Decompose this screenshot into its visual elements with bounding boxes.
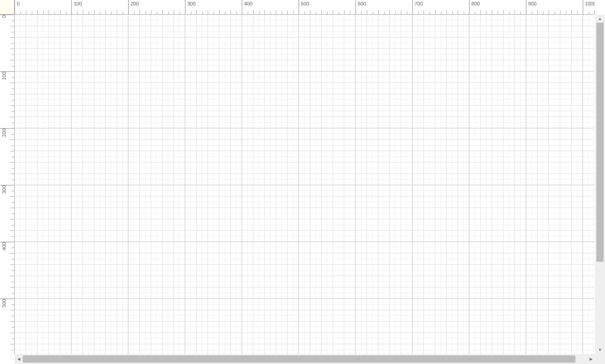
ruler-corner	[0, 0, 15, 15]
ruler-h-label: 0	[17, 1, 20, 6]
ruler-h-label: 100	[74, 1, 82, 6]
scroll-right-button[interactable]: ▶	[587, 354, 595, 364]
ruler-h-label: 300	[187, 1, 195, 6]
arrow-down-icon: ▼	[598, 348, 602, 352]
ruler-h-label: 700	[415, 1, 423, 6]
ruler-v-label: 0	[1, 15, 7, 18]
canvas-grid	[15, 15, 594, 354]
design-canvas-app: 01002003004005006007008009001000 0100200…	[0, 0, 605, 364]
scroll-down-button[interactable]: ▼	[595, 346, 605, 354]
scroll-left-button[interactable]: ◀	[15, 354, 23, 364]
ruler-h-label: 1000	[585, 1, 595, 6]
vertical-scroll-thumb[interactable]	[596, 23, 604, 262]
arrow-up-icon: ▲	[598, 16, 602, 21]
vertical-scroll-track[interactable]	[596, 23, 604, 346]
scrollbar-corner	[595, 354, 605, 364]
ruler-v-label: 400	[1, 242, 7, 250]
ruler-h-label: 400	[244, 1, 252, 6]
ruler-v-label: 500	[1, 299, 7, 307]
ruler-h-label: 800	[471, 1, 480, 6]
scroll-up-button[interactable]: ▲	[595, 15, 605, 23]
ruler-v-label: 100	[1, 72, 7, 80]
horizontal-scrollbar[interactable]: ◀ ▶	[15, 354, 595, 364]
ruler-h-label: 500	[301, 1, 309, 6]
ruler-h-label: 200	[130, 1, 139, 6]
arrow-left-icon: ◀	[17, 357, 20, 361]
vertical-scrollbar[interactable]: ▲ ▼	[595, 15, 605, 354]
horizontal-scroll-track[interactable]	[23, 355, 587, 363]
ruler-h-label: 600	[358, 1, 366, 6]
arrow-right-icon: ▶	[590, 357, 593, 361]
horizontal-scroll-thumb[interactable]	[23, 355, 575, 363]
canvas[interactable]	[15, 15, 595, 354]
ruler-h-label: 900	[528, 1, 536, 6]
vertical-ruler[interactable]: 0100200300400500600	[0, 15, 15, 354]
ruler-v-label: 200	[1, 129, 7, 137]
ruler-v-label: 300	[1, 185, 7, 194]
horizontal-ruler[interactable]: 01002003004005006007008009001000	[15, 0, 595, 15]
